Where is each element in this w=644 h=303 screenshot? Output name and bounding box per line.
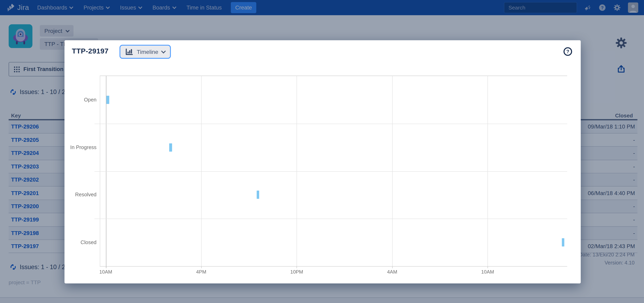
x-tick-label: 10AM	[481, 269, 494, 275]
timeline-chart-plot: 10AM4PM10PM4AM10AMOpenIn ProgressResolve…	[100, 76, 567, 267]
status-bar-closed[interactable]	[562, 238, 564, 246]
axis-tick	[488, 266, 488, 268]
status-bar-open[interactable]	[106, 96, 109, 104]
status-bar-resolved[interactable]	[256, 191, 259, 199]
timeline-modal: TTP-29197 Timeline ? 10AM4PM10PM4AM10AMO…	[64, 40, 581, 284]
category-label-open: Open	[84, 97, 96, 103]
modal-help-icon[interactable]: ?	[563, 47, 572, 56]
category-label-closed: Closed	[80, 240, 96, 245]
bar-chart-icon	[125, 48, 133, 55]
view-mode-label: Timeline	[137, 48, 158, 55]
gridline-10am	[106, 76, 106, 268]
axis-tick	[201, 266, 202, 268]
x-tick-label: 10PM	[290, 269, 303, 275]
category-label-in-progress: In Progress	[70, 144, 96, 150]
x-tick-label: 10AM	[100, 269, 112, 275]
row-separator	[94, 219, 567, 219]
chevron-down-icon	[161, 49, 166, 54]
status-bar-in-progress[interactable]	[169, 143, 172, 152]
screen: Jira DashboardsProjectsIssuesBoardsTime …	[0, 0, 644, 303]
svg-text:?: ?	[566, 49, 569, 54]
x-tick-label: 4PM	[196, 269, 206, 275]
x-tick-label: 4AM	[387, 269, 397, 275]
axis-tick	[392, 266, 392, 268]
view-mode-dropdown[interactable]: Timeline	[120, 45, 171, 59]
axis-tick	[297, 266, 297, 268]
category-label-resolved: Resolved	[75, 192, 96, 198]
modal-title: TTP-29197	[72, 47, 108, 56]
row-separator	[94, 171, 567, 172]
row-separator	[94, 124, 567, 124]
